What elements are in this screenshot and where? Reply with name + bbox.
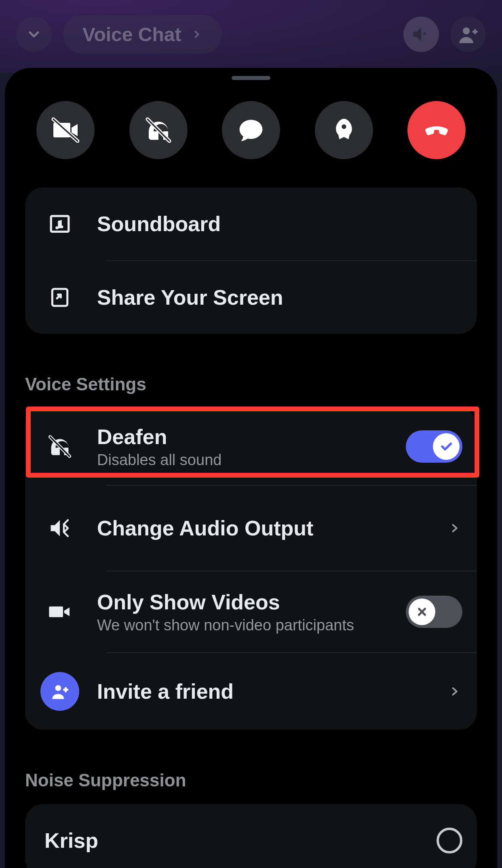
only-show-videos-row[interactable]: Only Show Videos We won't show non-video… [25, 571, 477, 652]
audio-output-row[interactable]: Change Audio Output [25, 486, 477, 571]
deafen-toggle[interactable] [406, 430, 462, 463]
headphones-off-icon [47, 434, 73, 459]
invite-friend-title: Invite a friend [97, 679, 429, 704]
share-screen-row[interactable]: Share Your Screen [25, 261, 477, 334]
only-show-videos-toggle[interactable] [406, 596, 462, 628]
chevron-right-icon [446, 683, 462, 700]
svg-point-8 [60, 225, 63, 228]
camera-off-icon [51, 116, 80, 145]
call-topbar: Voice Chat * [0, 0, 502, 69]
speaker-bluetooth-icon [48, 516, 72, 540]
settings-sheet: Soundboard Share Your Screen Voice Setti… [5, 68, 497, 868]
audio-output-title: Change Audio Output [97, 516, 429, 540]
activities-button[interactable] [315, 101, 373, 159]
rocket-icon [330, 116, 358, 144]
deafen-row[interactable]: Deafen Disables all sound [25, 408, 477, 485]
channel-pill[interactable]: Voice Chat [63, 15, 222, 54]
noise-suppression-card: Krisp [25, 804, 477, 868]
voice-settings-card: Deafen Disables all sound Change Audio O… [25, 408, 477, 730]
share-screen-icon [49, 286, 71, 309]
chevron-right-icon [446, 519, 462, 537]
voice-settings-header: Voice Settings [25, 374, 477, 394]
hangup-icon [421, 115, 452, 145]
disconnect-button[interactable] [407, 101, 466, 159]
chat-button[interactable] [222, 101, 280, 159]
soundboard-icon [48, 212, 72, 236]
svg-point-7 [55, 226, 58, 229]
invite-friend-row[interactable]: Invite a friend [25, 653, 477, 730]
only-show-videos-subtitle: We won't show non-video participants [97, 617, 389, 634]
soundboard-label: Soundboard [97, 212, 462, 236]
deafen-subtitle: Disables all sound [97, 451, 389, 469]
svg-point-1 [463, 27, 470, 34]
invite-icon [40, 672, 79, 711]
camera-icon [47, 599, 73, 625]
svg-text:*: * [423, 30, 426, 40]
camera-toggle-button[interactable] [36, 101, 95, 159]
krisp-label: Krisp [44, 828, 420, 853]
only-show-videos-title: Only Show Videos [97, 590, 389, 614]
deafen-title: Deafen [97, 425, 389, 449]
krisp-radio[interactable] [437, 828, 462, 853]
svg-point-12 [55, 685, 61, 691]
chat-bubble-icon [237, 116, 265, 144]
soundboard-row[interactable]: Soundboard [25, 188, 477, 260]
collapse-button[interactable] [16, 17, 52, 52]
deafen-toggle-button[interactable] [129, 101, 188, 159]
add-user-top-button[interactable] [450, 17, 486, 52]
noise-suppression-header: Noise Suppression [25, 770, 477, 790]
actions-card: Soundboard Share Your Screen [25, 188, 477, 334]
share-screen-label: Share Your Screen [97, 285, 462, 310]
channel-title: Voice Chat [82, 23, 181, 46]
audio-output-top-button[interactable]: * [403, 17, 439, 52]
sheet-handle[interactable] [232, 76, 270, 80]
krisp-row[interactable]: Krisp [25, 804, 477, 868]
headphones-off-icon [144, 116, 173, 145]
